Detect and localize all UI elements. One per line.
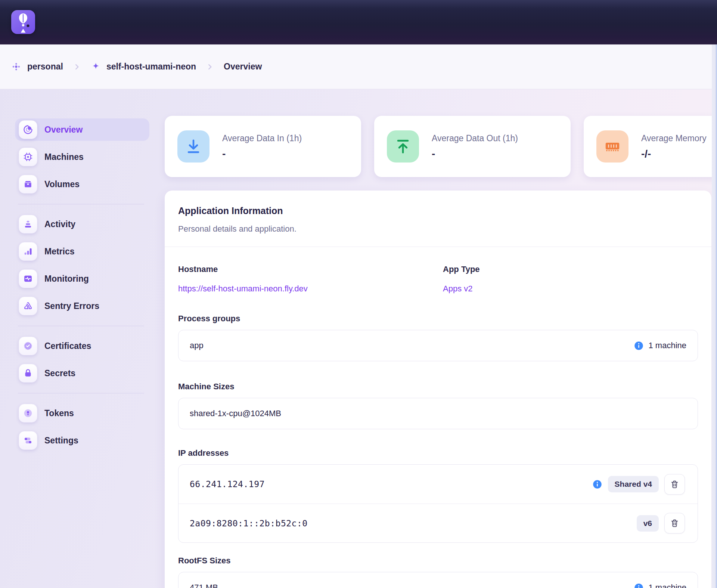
- delete-ip-button[interactable]: [664, 474, 685, 495]
- sidebar-item-label: Metrics: [44, 247, 75, 257]
- app-type-label: App Type: [443, 264, 698, 275]
- breadcrumb-app-label: self-host-umami-neon: [106, 62, 196, 72]
- volumes-box-icon: [19, 175, 37, 194]
- stat-value: -: [432, 148, 518, 160]
- app-type-field: App Type Apps v2: [443, 264, 698, 294]
- breadcrumb-org-label: personal: [27, 62, 63, 72]
- rootfs-sizes-section: RootFS Sizes 471 MB 1 machine: [178, 555, 698, 588]
- process-group-name: app: [190, 341, 204, 350]
- trash-icon: [670, 519, 679, 528]
- org-dots-icon: [12, 62, 22, 72]
- ip-addresses-label: IP addresses: [178, 448, 698, 458]
- sidebar-item-volumes[interactable]: Volumes: [15, 173, 149, 195]
- sidebar-item-label: Monitoring: [44, 274, 89, 284]
- scrollbar-track[interactable]: [712, 44, 717, 588]
- info-icon[interactable]: [592, 479, 602, 489]
- sidebar-item-certificates[interactable]: Certificates: [15, 335, 149, 357]
- ip-address-value: 2a09:8280:1::2b:b52c:0: [190, 519, 308, 528]
- activity-stack-icon: [19, 215, 37, 233]
- content-area: Overview Machines Volumes Activity: [0, 89, 717, 588]
- sidebar-item-label: Volumes: [44, 179, 80, 189]
- sidebar-item-label: Tokens: [44, 408, 74, 418]
- sidebar-item-metrics[interactable]: Metrics: [15, 240, 149, 263]
- machine-sizes-label: Machine Sizes: [178, 381, 698, 392]
- stat-label: Average Data In (1h): [222, 133, 302, 143]
- sidebar-item-tokens[interactable]: Tokens: [15, 402, 149, 424]
- fields-grid: Hostname https://self-host-umami-neon.fl…: [178, 264, 698, 294]
- secrets-lock-icon: [19, 364, 37, 383]
- stats-row: Average Data In (1h) - Average Data Out …: [165, 116, 717, 177]
- sidebar-item-overview[interactable]: Overview: [15, 118, 149, 141]
- info-icon[interactable]: [634, 583, 644, 588]
- stat-value: -: [222, 148, 302, 160]
- stat-label: Average Data Out (1h): [432, 133, 518, 143]
- delete-ip-button[interactable]: [664, 513, 685, 533]
- rootfs-size-row: 471 MB 1 machine: [178, 572, 698, 588]
- breadcrumb-app[interactable]: self-host-umami-neon: [91, 62, 196, 72]
- overview-radar-icon: [19, 120, 37, 139]
- card-title: Application Information: [178, 205, 698, 216]
- sidebar-item-secrets[interactable]: Secrets: [15, 362, 149, 384]
- application-information-body: Hostname https://self-host-umami-neon.fl…: [165, 247, 711, 588]
- sidebar-item-label: Sentry Errors: [44, 301, 99, 311]
- fly-balloon-icon: [11, 10, 35, 34]
- stat-text: Average Data Out (1h) -: [432, 133, 518, 160]
- machine-sizes-section: Machine Sizes shared-1x-cpu@1024MB: [178, 381, 698, 429]
- rootfs-size-value: 471 MB: [190, 583, 218, 588]
- sidebar-item-machines[interactable]: Machines: [15, 146, 149, 168]
- process-groups-label: Process groups: [178, 313, 698, 324]
- metrics-bars-icon: [19, 242, 37, 261]
- ip-row-v6: 2a09:8280:1::2b:b52c:0 v6: [179, 504, 698, 542]
- sidebar-item-label: Activity: [44, 219, 75, 229]
- machine-count-chip: 1 machine: [634, 341, 686, 351]
- ip-address-value: 66.241.124.197: [190, 479, 265, 489]
- app-sparkle-icon: [91, 62, 101, 72]
- app-window: personal self-host-umami-neon Overview: [0, 0, 717, 588]
- machine-count-chip: 1 machine: [634, 583, 686, 588]
- memory-chip-icon: [596, 130, 628, 163]
- breadcrumb: personal self-host-umami-neon Overview: [0, 44, 717, 89]
- stat-text: Average Memory -/-: [641, 133, 707, 160]
- sidebar-item-sentry-errors[interactable]: Sentry Errors: [15, 295, 149, 317]
- arrow-down-to-line-icon: [177, 130, 209, 163]
- monitoring-pulse-icon: [19, 269, 37, 288]
- ip-addresses-section: IP addresses 66.241.124.197 Shared v4: [178, 448, 698, 543]
- sidebar-divider: [18, 393, 144, 393]
- ip-row-actions: v6: [637, 513, 685, 533]
- breadcrumb-page-label: Overview: [224, 62, 262, 72]
- sidebar-item-settings[interactable]: Settings: [15, 429, 149, 452]
- stat-label: Average Memory: [641, 133, 707, 143]
- rootfs-sizes-label: RootFS Sizes: [178, 555, 698, 566]
- machine-count-label: 1 machine: [648, 341, 686, 350]
- machine-size-value: shared-1x-cpu@1024MB: [190, 409, 281, 418]
- ip-row-actions: Shared v4: [592, 474, 685, 495]
- sidebar-item-activity[interactable]: Activity: [15, 213, 149, 235]
- sidebar: Overview Machines Volumes Activity: [0, 89, 161, 588]
- breadcrumb-page[interactable]: Overview: [224, 62, 262, 72]
- fly-balloon-logo[interactable]: [11, 10, 35, 34]
- sidebar-divider: [18, 204, 144, 204]
- info-icon[interactable]: [634, 341, 644, 351]
- chevron-right-icon: [206, 63, 214, 71]
- sidebar-item-label: Settings: [44, 436, 78, 446]
- hostname-field: Hostname https://self-host-umami-neon.fl…: [178, 264, 443, 294]
- sidebar-item-label: Machines: [44, 152, 84, 162]
- stat-value: -/-: [641, 148, 707, 160]
- sidebar-item-monitoring[interactable]: Monitoring: [15, 267, 149, 290]
- breadcrumb-org[interactable]: personal: [12, 62, 63, 72]
- process-groups-section: Process groups app 1 machine: [178, 313, 698, 361]
- top-header-bar: [0, 0, 717, 44]
- ip-type-badge: Shared v4: [608, 476, 659, 492]
- application-information-card: Application Information Personal details…: [165, 191, 711, 588]
- ip-addresses-list: 66.241.124.197 Shared v4: [178, 464, 698, 543]
- stat-text: Average Data In (1h) -: [222, 133, 302, 160]
- hostname-label: Hostname: [178, 264, 443, 275]
- stat-card-data-in: Average Data In (1h) -: [165, 116, 361, 177]
- hostname-link[interactable]: https://self-host-umami-neon.fly.dev: [178, 284, 308, 294]
- ip-row-v4: 66.241.124.197 Shared v4: [179, 465, 698, 504]
- app-type-link[interactable]: Apps v2: [443, 284, 473, 294]
- stat-card-data-out: Average Data Out (1h) -: [374, 116, 571, 177]
- stat-card-memory: Average Memory -/-: [584, 116, 717, 177]
- trash-icon: [670, 480, 679, 489]
- machine-count-label: 1 machine: [648, 583, 686, 588]
